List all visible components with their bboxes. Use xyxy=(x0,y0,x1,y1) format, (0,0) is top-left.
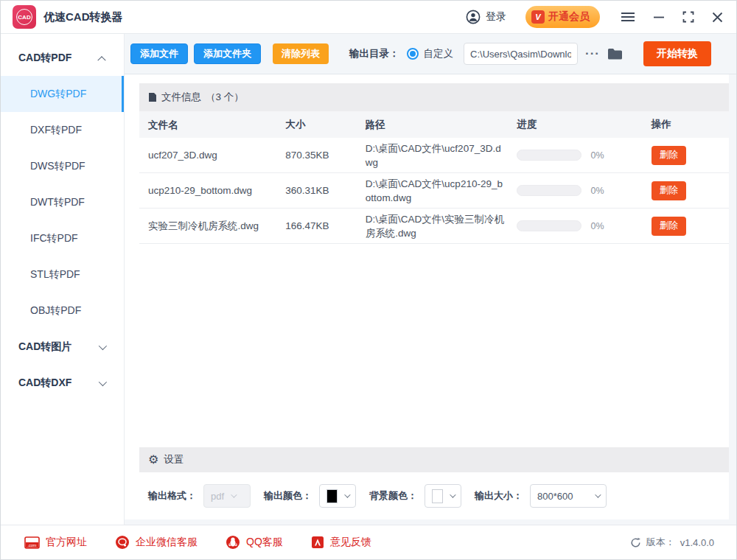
group-label: CAD转DXF xyxy=(18,377,71,390)
sidebar-group-cad-to-pdf[interactable]: CAD转PDF xyxy=(1,40,124,76)
browse-more-button[interactable]: ··· xyxy=(584,46,601,61)
sidebar: CAD转PDF DWG转PDF DXF转PDF DWS转PDF DWT转PDF … xyxy=(1,34,125,525)
output-size-label: 输出大小： xyxy=(475,489,523,503)
sidebar-item-label: DWS转PDF xyxy=(30,160,85,173)
version-label: 版本： xyxy=(646,536,675,549)
minimize-icon[interactable] xyxy=(653,11,665,23)
sidebar-item-obj-to-pdf[interactable]: OBJ转PDF xyxy=(1,293,124,329)
feedback-icon xyxy=(311,536,324,549)
delete-button[interactable]: 删除 xyxy=(652,217,686,236)
file-path: D:\桌面\CAD文件\ucp210-29_bottom.dwg xyxy=(366,177,517,205)
version-info: 版本：v1.4.0.0 xyxy=(630,536,714,549)
chevron-up-icon xyxy=(97,56,105,64)
sidebar-group-cad-to-dxf[interactable]: CAD转DXF xyxy=(1,365,124,401)
footer-link-label: 企业微信客服 xyxy=(136,536,198,549)
add-folder-button[interactable]: 添加文件夹 xyxy=(194,43,261,64)
table-row: 实验三制冷机房系统.dwg 166.47KB D:\桌面\CAD文件\实验三制冷… xyxy=(139,209,729,244)
color-swatch xyxy=(432,489,443,503)
output-color-label: 输出颜色： xyxy=(264,489,312,503)
toolbar: 添加文件 添加文件夹 清除列表 输出目录： 自定义 ··· 开始转换 xyxy=(125,34,736,74)
open-folder-icon[interactable] xyxy=(607,48,623,60)
output-size-select[interactable]: 800*600 xyxy=(530,484,607,508)
file-name: ucp210-29_bottom.dwg xyxy=(148,183,285,197)
file-path: D:\桌面\CAD文件\实验三制冷机房系统.dwg xyxy=(366,212,517,240)
wechat-support-link[interactable]: 企业微信客服 xyxy=(115,535,198,550)
table-header: 文件名 大小 路径 进度 操作 xyxy=(139,111,729,138)
custom-dir-radio[interactable] xyxy=(407,48,419,60)
menu-icon[interactable] xyxy=(621,11,635,23)
app-window: CAD 优速CAD转换器 登录 V 开通会员 xyxy=(0,0,737,560)
footer-link-label: 官方网址 xyxy=(46,536,87,549)
output-path-input[interactable] xyxy=(464,43,578,65)
feedback-link[interactable]: 意见反馈 xyxy=(311,536,371,549)
custom-dir-label: 自定义 xyxy=(424,47,454,60)
group-label: CAD转PDF xyxy=(18,52,71,65)
color-swatch xyxy=(326,489,338,503)
chevron-down-icon xyxy=(99,377,107,385)
file-size: 166.47KB xyxy=(285,220,366,231)
version-value: v1.4.0.0 xyxy=(680,537,714,548)
open-vip-button[interactable]: V 开通会员 xyxy=(525,6,600,28)
col-filename: 文件名 xyxy=(148,118,285,132)
chevron-down-icon xyxy=(595,491,601,497)
official-website-link[interactable]: .com 官方网址 xyxy=(24,536,87,549)
app-logo-icon: CAD xyxy=(13,5,36,29)
delete-button[interactable]: 删除 xyxy=(652,146,686,165)
sidebar-item-dwg-to-pdf[interactable]: DWG转PDF xyxy=(1,76,124,112)
table-row: ucf207_3D.dwg 870.35KB D:\桌面\CAD文件\ucf20… xyxy=(139,138,729,173)
file-size: 360.31KB xyxy=(285,185,366,196)
file-info-header: 文件信息 （3 个） xyxy=(139,83,729,111)
output-format-label: 输出格式： xyxy=(148,489,196,503)
login-label: 登录 xyxy=(486,10,506,24)
sidebar-item-ifc-to-pdf[interactable]: IFC转PDF xyxy=(1,220,124,256)
footer-link-label: 意见反馈 xyxy=(330,536,371,549)
col-size: 大小 xyxy=(285,118,366,131)
col-progress: 进度 xyxy=(517,118,651,131)
file-path: D:\桌面\CAD文件\ucf207_3D.dwg xyxy=(366,141,517,169)
gear-icon: ⚙ xyxy=(148,454,158,466)
close-icon[interactable] xyxy=(712,12,723,23)
scrollbar-track[interactable] xyxy=(729,74,736,525)
table-row: ucp210-29_bottom.dwg 360.31KB D:\桌面\CAD文… xyxy=(139,173,729,209)
footer-link-label: QQ客服 xyxy=(246,536,283,549)
sidebar-item-dwt-to-pdf[interactable]: DWT转PDF xyxy=(1,184,124,220)
output-color-select[interactable] xyxy=(319,484,356,508)
bg-color-label: 背景颜色： xyxy=(369,489,417,503)
sidebar-item-label: DWT转PDF xyxy=(30,196,85,209)
output-format-select[interactable]: pdf xyxy=(203,484,251,508)
chevron-down-icon xyxy=(450,491,455,497)
progress-value: 0% xyxy=(590,221,604,231)
sidebar-item-label: OBJ转PDF xyxy=(30,304,81,318)
start-convert-button[interactable]: 开始转换 xyxy=(643,41,711,66)
svg-text:.com: .com xyxy=(28,542,37,547)
main-area: 添加文件 添加文件夹 清除列表 输出目录： 自定义 ··· 开始转换 xyxy=(125,34,736,525)
clear-list-button[interactable]: 清除列表 xyxy=(273,43,329,64)
delete-button[interactable]: 删除 xyxy=(652,181,686,200)
qq-support-link[interactable]: QQ客服 xyxy=(226,535,283,550)
col-path: 路径 xyxy=(366,118,517,132)
progress-value: 0% xyxy=(590,150,604,161)
maximize-icon[interactable] xyxy=(682,11,694,23)
website-icon: .com xyxy=(24,536,40,549)
chevron-down-icon xyxy=(344,491,350,497)
chevron-down-icon xyxy=(231,491,237,497)
bg-color-select[interactable] xyxy=(425,484,461,508)
sidebar-group-cad-to-image[interactable]: CAD转图片 xyxy=(1,329,124,365)
progress-bar xyxy=(517,185,581,196)
file-name: 实验三制冷机房系统.dwg xyxy=(148,219,285,233)
login-button[interactable]: 登录 xyxy=(466,10,506,24)
sidebar-item-label: DWG转PDF xyxy=(30,88,86,101)
col-action: 操作 xyxy=(652,118,720,131)
sidebar-item-stl-to-pdf[interactable]: STL转PDF xyxy=(1,256,124,293)
sidebar-item-dws-to-pdf[interactable]: DWS转PDF xyxy=(1,148,124,184)
add-file-button[interactable]: 添加文件 xyxy=(130,43,188,64)
vip-icon: V xyxy=(531,10,545,24)
sidebar-item-label: DXF转PDF xyxy=(30,124,82,137)
sidebar-item-dxf-to-pdf[interactable]: DXF转PDF xyxy=(1,112,124,148)
sidebar-item-label: IFC转PDF xyxy=(30,232,78,245)
chevron-down-icon xyxy=(99,341,107,349)
refresh-icon[interactable] xyxy=(630,537,641,548)
wechat-icon xyxy=(115,535,130,550)
file-size: 870.35KB xyxy=(285,150,366,161)
output-format-value: pdf xyxy=(211,491,224,502)
